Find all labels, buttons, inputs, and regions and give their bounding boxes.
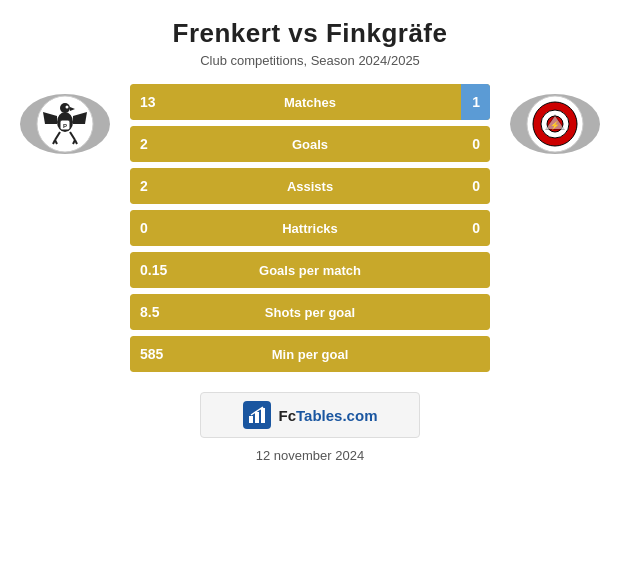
page-wrapper: Frenkert vs Finkgräfe Club competitions,… [0,0,620,580]
svg-text:P: P [63,123,67,129]
stat-row-5: Shots per goal8.5 [130,294,490,330]
stat-val-left-2: 2 [140,178,148,194]
stat-label-4: Goals per match [259,263,361,278]
watermark-text: FcTables.com [279,407,378,424]
svg-rect-22 [249,416,253,423]
svg-rect-23 [255,412,259,423]
stat-row-4: Goals per match0.15 [130,252,490,288]
svg-point-4 [57,112,73,132]
stat-val-right-2: 0 [472,178,480,194]
stat-val-left-3: 0 [140,220,148,236]
svg-marker-5 [43,112,57,124]
stat-bar-4: Goals per match0.15 [130,252,490,288]
left-team-logo-bg: P [20,94,110,154]
left-team-logo: P [35,94,95,154]
stat-label-1: Goals [292,137,328,152]
comparison-area: P ⚡ 1 [20,84,600,372]
stat-row-3: 0Hattricks0 [130,210,490,246]
svg-point-15 [527,96,583,152]
stat-bar-5: Shots per goal8.5 [130,294,490,330]
stat-label-5: Shots per goal [265,305,355,320]
stat-bar-6: Min per goal585 [130,336,490,372]
svg-point-16 [533,102,577,146]
stat-row-1: 0Goals2 [130,126,490,162]
watermark-icon [243,401,271,429]
stat-bar-3: 0Hattricks0 [130,210,490,246]
page-subtitle: Club competitions, Season 2024/2025 [200,53,420,68]
svg-rect-13 [60,120,70,130]
stat-label-2: Assists [287,179,333,194]
svg-point-0 [37,96,93,152]
svg-marker-2 [70,107,75,111]
svg-point-17 [541,110,569,138]
svg-point-1 [60,103,70,113]
stat-bar-2: 0Assists2 [130,168,490,204]
svg-line-7 [55,132,60,140]
stat-bar-0: 1Matches13 [130,84,490,120]
stat-row-0: 1Matches13 [130,84,490,120]
stat-val-left-6: 585 [140,346,163,362]
stat-val-left-5: 8.5 [140,304,159,320]
footer-date: 12 november 2024 [256,448,364,463]
stats-bars: 1Matches130Goals20Assists20Hattricks0Goa… [130,84,490,372]
stat-val-left-0: 13 [140,94,156,110]
stat-val-right-3: 0 [472,220,480,236]
stat-bar-1: 0Goals2 [130,126,490,162]
svg-point-3 [66,106,69,109]
page-title: Frenkert vs Finkgräfe [173,18,448,49]
right-team-logo: ⚡ [525,94,585,154]
stat-label-0: Matches [284,95,336,110]
svg-point-18 [547,116,563,132]
svg-marker-19 [545,114,565,130]
svg-marker-20 [546,116,564,129]
right-team-logo-bg: ⚡ [510,94,600,154]
stat-val-left-4: 0.15 [140,262,167,278]
svg-line-8 [53,140,55,144]
stat-label-6: Min per goal [272,347,349,362]
stat-row-6: Min per goal585 [130,336,490,372]
svg-line-9 [55,140,57,144]
stat-val-right-1: 0 [472,136,480,152]
stat-val-left-1: 2 [140,136,148,152]
svg-marker-6 [73,112,87,124]
svg-line-12 [75,140,77,144]
svg-line-11 [73,140,75,144]
svg-text:⚡: ⚡ [550,120,560,130]
svg-line-10 [70,132,75,140]
stat-row-2: 0Assists2 [130,168,490,204]
stat-val-right-0: 1 [472,94,480,110]
watermark-box: FcTables.com [200,392,420,438]
stat-label-3: Hattricks [282,221,338,236]
